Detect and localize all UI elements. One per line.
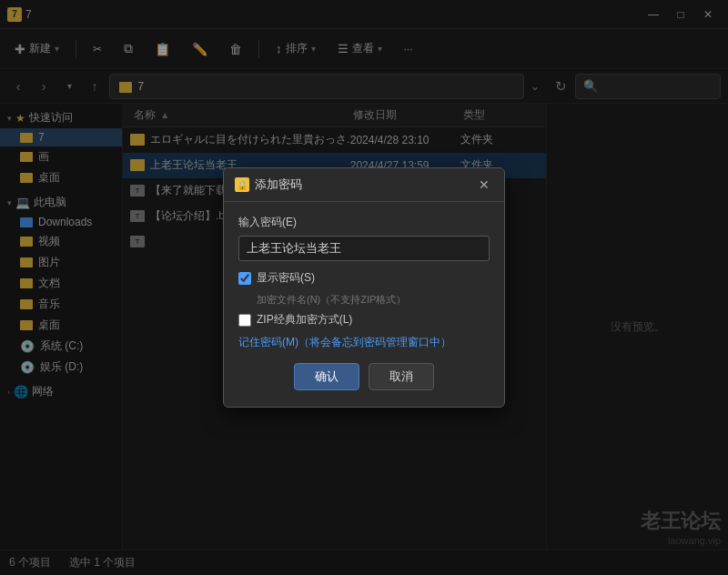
show-password-label: 显示密码(S) [257, 270, 315, 286]
show-password-row: 显示密码(S) [238, 270, 490, 286]
dialog-overlay: 🔒 添加密码 ✕ 输入密码(E) 显示密码(S) 加密文件名(N)（不支持ZIP… [0, 0, 728, 575]
zip-encrypt-label: ZIP经典加密方式(L) [257, 312, 352, 328]
password-dialog: 🔒 添加密码 ✕ 输入密码(E) 显示密码(S) 加密文件名(N)（不支持ZIP… [223, 167, 505, 408]
dialog-close-button[interactable]: ✕ [475, 176, 493, 194]
dialog-title: 添加密码 [255, 177, 302, 193]
dialog-label: 输入密码(E) [238, 215, 490, 230]
dialog-body: 输入密码(E) 显示密码(S) 加密文件名(N)（不支持ZIP格式） ZIP经典… [224, 202, 504, 407]
dialog-title-left: 🔒 添加密码 [235, 177, 302, 193]
zip-encrypt-row: ZIP经典加密方式(L) [238, 312, 490, 328]
confirm-button[interactable]: 确认 [294, 363, 359, 390]
remember-password-link[interactable]: 记住密码(M)（将会备忘到密码管理窗口中） [238, 335, 490, 350]
dialog-icon: 🔒 [235, 177, 249, 192]
dialog-footer: 确认 取消 [238, 363, 490, 394]
encrypt-filename-note: 加密文件名(N)（不支持ZIP格式） [257, 293, 490, 307]
dialog-titlebar: 🔒 添加密码 ✕ [224, 168, 504, 202]
show-password-checkbox[interactable] [238, 272, 251, 285]
password-input[interactable] [238, 236, 490, 261]
cancel-button[interactable]: 取消 [369, 363, 434, 390]
zip-encrypt-checkbox[interactable] [238, 314, 251, 327]
